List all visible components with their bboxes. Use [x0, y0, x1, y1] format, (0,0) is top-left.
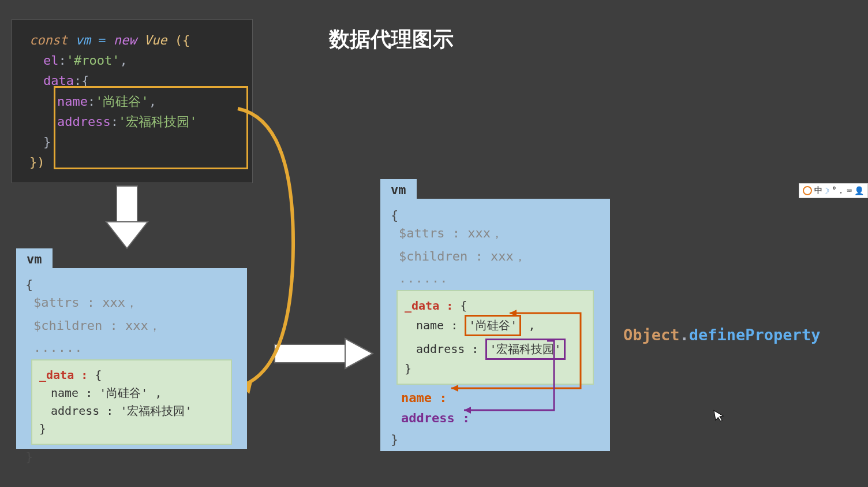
keyword-new: new [114, 33, 137, 47]
svg-marker-6 [510, 310, 517, 317]
data-close: } [43, 135, 51, 149]
prop-data: data [43, 73, 74, 88]
ime-keyboard-icon[interactable]: ⌨ [847, 186, 852, 195]
arrow-down-icon [98, 183, 156, 252]
vm1-children: $children : xxx， [33, 317, 238, 334]
vm2-brace-close: } [391, 432, 600, 447]
vm-box-1: vm { $attrs : xxx， $children : xxx， ....… [16, 268, 247, 449]
ime-punct-button[interactable]: °， [832, 185, 844, 196]
val-address: '宏福科技园' [118, 114, 197, 129]
ime-logo-icon[interactable] [803, 186, 812, 195]
keyword-const: const [29, 33, 68, 47]
prop-el: el [43, 53, 59, 68]
purple-proxy-arrow-icon [456, 333, 560, 417]
vm1-data-key: _data : [39, 368, 88, 382]
vm1-data-box: _data : { name : '尚硅谷' , address : '宏福科技… [31, 359, 232, 445]
paren-open: ({ [175, 33, 190, 47]
val-name: '尚硅谷' [95, 94, 149, 109]
object-define-property-label: Object.defineProperty [623, 326, 820, 344]
obj-dot: . [680, 326, 689, 344]
svg-marker-7 [464, 407, 471, 414]
vm1-attrs: $attrs : xxx， [33, 294, 238, 311]
val-el: '#root' [66, 53, 120, 68]
vm2-children: $children : xxx， [399, 248, 600, 265]
vm-tab-2: vm [380, 179, 417, 200]
diagram-title: 数据代理图示 [329, 25, 454, 54]
vm1-data-addr-line: address : '宏福科技园' [39, 402, 224, 420]
ime-moon-icon[interactable]: ☽ [825, 186, 829, 195]
vm1-data-name-line: name : '尚硅谷' , [39, 384, 224, 402]
data-open: :{ [74, 73, 89, 88]
obj-label: Object [623, 326, 680, 344]
op-eq: = [98, 33, 106, 47]
svg-marker-1 [106, 222, 148, 248]
vm1-brace-open: { [25, 277, 238, 292]
vm1-brace-close: } [25, 449, 238, 464]
prop-name: name [57, 94, 88, 109]
svg-marker-3 [345, 339, 373, 369]
source-code-block: const vm = new Vue ({ el:'#root', data:{… [12, 19, 253, 183]
vm1-dots: ...... [33, 340, 238, 355]
vm2-attrs: $attrs : xxx， [399, 225, 600, 242]
vm-tab-1: vm [16, 248, 53, 270]
var-vm: vm [75, 33, 91, 47]
ime-zh-button[interactable]: 中 [814, 185, 822, 196]
vm1-data-close: } [39, 420, 224, 438]
ime-toolbar[interactable]: 中 ☽ °， ⌨ 👤 [799, 183, 868, 198]
obj-method: defineProperty [689, 326, 821, 344]
vm2-dots: ...... [399, 271, 600, 285]
prop-address: address [57, 114, 111, 129]
class-vue: Vue [144, 33, 167, 47]
svg-rect-0 [117, 186, 137, 222]
vm2-brace-open: { [391, 208, 600, 222]
mouse-cursor-icon [713, 408, 726, 425]
paren-close: }) [29, 155, 45, 169]
ime-user-icon[interactable]: 👤 [854, 186, 864, 195]
